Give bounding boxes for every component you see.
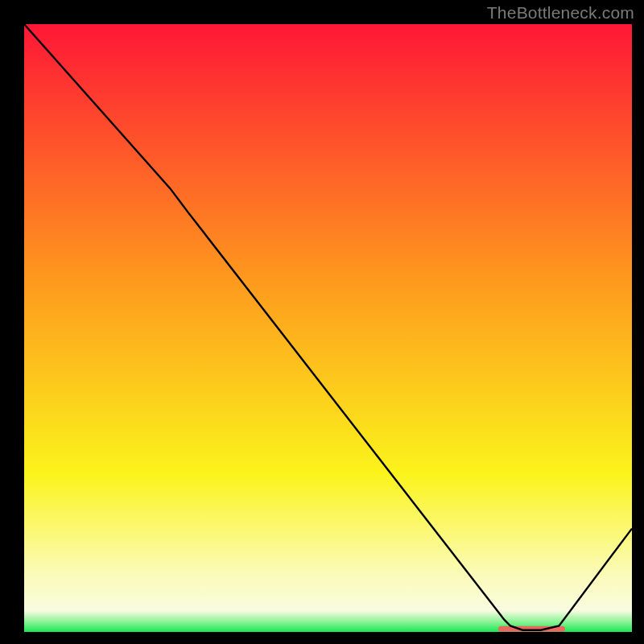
watermark-text: TheBottleneck.com xyxy=(487,3,634,23)
bottleneck-chart xyxy=(24,24,632,632)
chart-plot-area xyxy=(24,24,632,632)
chart-background xyxy=(24,24,632,632)
